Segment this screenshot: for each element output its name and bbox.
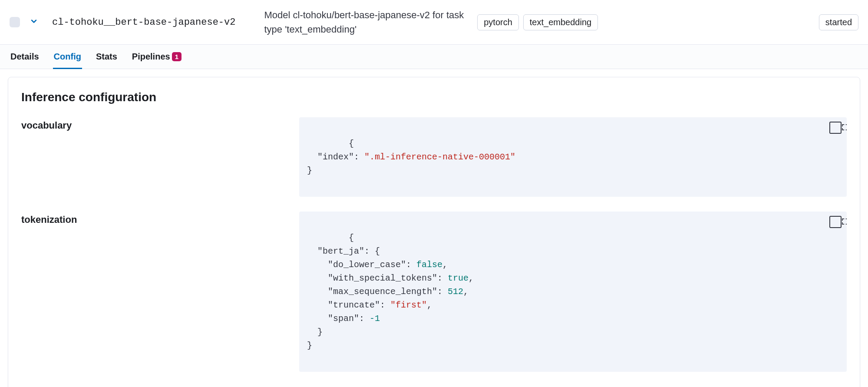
expand-icon xyxy=(823,118,847,138)
expand-code-button[interactable] xyxy=(829,122,842,134)
pipelines-count-badge: 1 xyxy=(172,52,182,62)
tokenization-code: { "bert_ja": { "do_lower_case": false, "… xyxy=(299,212,847,372)
tab-label: Details xyxy=(10,52,39,62)
tabs: Details Config Stats Pipelines 1 xyxy=(0,45,868,69)
badge-framework: pytorch xyxy=(477,14,519,30)
model-id: cl-tohoku__bert-base-japanese-v2 xyxy=(52,17,235,28)
tokenization-row: tokenization { "bert_ja": { "do_lower_ca… xyxy=(21,212,847,372)
vocabulary-code: { "index": ".ml-inference-native-000001"… xyxy=(299,117,847,197)
expand-code-button[interactable] xyxy=(829,216,842,228)
tab-label: Config xyxy=(54,52,81,62)
badge-group: pytorch text_embedding xyxy=(477,14,598,30)
vocabulary-label: vocabulary xyxy=(21,117,299,131)
expand-icon xyxy=(823,212,847,232)
badge-state: started xyxy=(819,14,858,30)
tab-pipelines[interactable]: Pipelines 1 xyxy=(131,45,182,69)
tab-config[interactable]: Config xyxy=(53,45,82,69)
expand-toggle[interactable] xyxy=(28,15,40,30)
tab-stats[interactable]: Stats xyxy=(95,45,118,69)
select-checkbox[interactable] xyxy=(10,17,20,27)
badge-task-type: text_embedding xyxy=(523,14,598,30)
tab-label: Pipelines xyxy=(132,52,170,62)
tokenization-label: tokenization xyxy=(21,212,299,225)
tab-label: Stats xyxy=(96,52,117,62)
model-header: cl-tohoku__bert-base-japanese-v2 Model c… xyxy=(0,0,868,45)
chevron-down-icon xyxy=(30,17,38,28)
vocabulary-row: vocabulary { "index": ".ml-inference-nat… xyxy=(21,117,847,197)
state-badge-group: started xyxy=(819,14,858,30)
panel-title: Inference configuration xyxy=(21,90,847,104)
tab-details[interactable]: Details xyxy=(10,45,40,69)
inference-config-panel: Inference configuration vocabulary { "in… xyxy=(8,77,860,387)
model-description: Model cl-tohoku/bert-base-japanese-v2 fo… xyxy=(264,8,469,36)
